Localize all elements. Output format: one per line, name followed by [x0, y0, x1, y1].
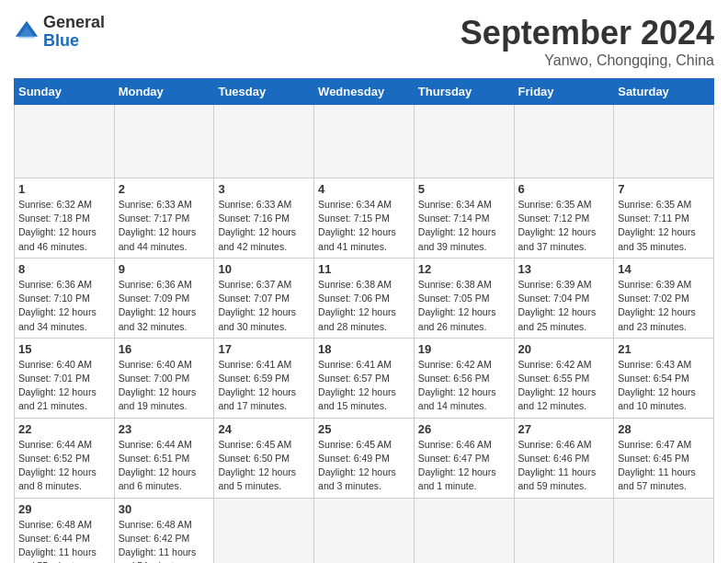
location: Yanwo, Chongqing, China	[461, 52, 714, 69]
day-number: 27	[518, 422, 610, 436]
day-number: 30	[119, 502, 210, 516]
calendar-cell	[15, 105, 115, 178]
day-info: Sunrise: 6:34 AMSunset: 7:14 PMDaylight:…	[418, 198, 510, 254]
day-info: Sunrise: 6:38 AMSunset: 7:05 PMDaylight:…	[418, 278, 510, 334]
day-info: Sunrise: 6:32 AMSunset: 7:18 PMDaylight:…	[18, 198, 110, 254]
day-number: 24	[218, 422, 310, 436]
calendar-cell: 3Sunrise: 6:33 AMSunset: 7:16 PMDaylight…	[214, 178, 314, 259]
day-of-week-header: Saturday	[614, 79, 714, 105]
day-number: 4	[318, 182, 410, 196]
calendar-cell: 10Sunrise: 6:37 AMSunset: 7:07 PMDayligh…	[214, 258, 314, 338]
day-of-week-header: Thursday	[414, 79, 514, 105]
logo-icon	[14, 19, 40, 45]
calendar-cell: 28Sunrise: 6:47 AMSunset: 6:45 PMDayligh…	[614, 418, 714, 498]
day-number: 16	[119, 342, 210, 356]
calendar-cell: 22Sunrise: 6:44 AMSunset: 6:52 PMDayligh…	[15, 418, 115, 498]
calendar-table: SundayMondayTuesdayWednesdayThursdayFrid…	[14, 78, 714, 563]
day-info: Sunrise: 6:39 AMSunset: 7:04 PMDaylight:…	[518, 278, 610, 334]
day-info: Sunrise: 6:37 AMSunset: 7:07 PMDaylight:…	[218, 278, 310, 334]
day-info: Sunrise: 6:34 AMSunset: 7:15 PMDaylight:…	[318, 198, 410, 254]
calendar-cell: 9Sunrise: 6:36 AMSunset: 7:09 PMDaylight…	[114, 258, 214, 338]
calendar-week-row: 1Sunrise: 6:32 AMSunset: 7:18 PMDaylight…	[15, 178, 714, 259]
calendar-cell	[514, 498, 614, 563]
calendar-cell: 5Sunrise: 6:34 AMSunset: 7:14 PMDaylight…	[414, 178, 514, 259]
day-of-week-header: Friday	[514, 79, 614, 105]
calendar-cell: 13Sunrise: 6:39 AMSunset: 7:04 PMDayligh…	[514, 258, 614, 338]
calendar-cell: 17Sunrise: 6:41 AMSunset: 6:59 PMDayligh…	[214, 338, 314, 418]
calendar-cell: 27Sunrise: 6:46 AMSunset: 6:46 PMDayligh…	[514, 418, 614, 498]
day-number: 2	[119, 182, 210, 196]
day-number: 10	[218, 262, 310, 276]
day-info: Sunrise: 6:46 AMSunset: 6:46 PMDaylight:…	[518, 438, 610, 494]
calendar-cell: 25Sunrise: 6:45 AMSunset: 6:49 PMDayligh…	[314, 418, 415, 498]
day-info: Sunrise: 6:48 AMSunset: 6:42 PMDaylight:…	[119, 518, 210, 564]
day-info: Sunrise: 6:46 AMSunset: 6:47 PMDaylight:…	[418, 438, 510, 494]
day-number: 13	[518, 262, 610, 276]
calendar-cell: 21Sunrise: 6:43 AMSunset: 6:54 PMDayligh…	[614, 338, 714, 418]
calendar-cell: 20Sunrise: 6:42 AMSunset: 6:55 PMDayligh…	[514, 338, 614, 418]
calendar-cell: 18Sunrise: 6:41 AMSunset: 6:57 PMDayligh…	[314, 338, 415, 418]
calendar-cell: 29Sunrise: 6:48 AMSunset: 6:44 PMDayligh…	[15, 498, 115, 563]
day-info: Sunrise: 6:42 AMSunset: 6:55 PMDaylight:…	[518, 358, 610, 414]
day-of-week-header: Monday	[114, 79, 214, 105]
day-info: Sunrise: 6:44 AMSunset: 6:51 PMDaylight:…	[119, 438, 210, 494]
day-number: 25	[318, 422, 410, 436]
day-number: 1	[18, 182, 110, 196]
day-info: Sunrise: 6:33 AMSunset: 7:16 PMDaylight:…	[218, 198, 310, 254]
day-info: Sunrise: 6:36 AMSunset: 7:10 PMDaylight:…	[18, 278, 110, 334]
day-number: 28	[618, 422, 710, 436]
day-number: 14	[618, 262, 710, 276]
day-of-week-header: Wednesday	[314, 79, 415, 105]
calendar-cell: 19Sunrise: 6:42 AMSunset: 6:56 PMDayligh…	[414, 338, 514, 418]
calendar-week-row: 15Sunrise: 6:40 AMSunset: 7:01 PMDayligh…	[15, 338, 714, 418]
calendar-cell: 14Sunrise: 6:39 AMSunset: 7:02 PMDayligh…	[614, 258, 714, 338]
calendar-cell	[614, 105, 714, 178]
calendar-cell: 23Sunrise: 6:44 AMSunset: 6:51 PMDayligh…	[114, 418, 214, 498]
day-number: 9	[119, 262, 210, 276]
day-number: 11	[318, 262, 410, 276]
day-number: 19	[418, 342, 510, 356]
day-number: 7	[618, 182, 710, 196]
calendar-cell: 24Sunrise: 6:45 AMSunset: 6:50 PMDayligh…	[214, 418, 314, 498]
calendar-cell: 2Sunrise: 6:33 AMSunset: 7:17 PMDaylight…	[114, 178, 214, 259]
calendar-cell	[414, 105, 514, 178]
calendar-week-row: 8Sunrise: 6:36 AMSunset: 7:10 PMDaylight…	[15, 258, 714, 338]
day-number: 20	[518, 342, 610, 356]
calendar-cell: 11Sunrise: 6:38 AMSunset: 7:06 PMDayligh…	[314, 258, 415, 338]
calendar-cell: 7Sunrise: 6:35 AMSunset: 7:11 PMDaylight…	[614, 178, 714, 259]
day-info: Sunrise: 6:41 AMSunset: 6:57 PMDaylight:…	[318, 358, 410, 414]
day-number: 12	[418, 262, 510, 276]
day-info: Sunrise: 6:43 AMSunset: 6:54 PMDaylight:…	[618, 358, 710, 414]
calendar-cell: 15Sunrise: 6:40 AMSunset: 7:01 PMDayligh…	[15, 338, 115, 418]
day-info: Sunrise: 6:45 AMSunset: 6:50 PMDaylight:…	[218, 438, 310, 494]
day-number: 23	[119, 422, 210, 436]
calendar-cell: 16Sunrise: 6:40 AMSunset: 7:00 PMDayligh…	[114, 338, 214, 418]
calendar-cell	[214, 498, 314, 563]
day-info: Sunrise: 6:40 AMSunset: 7:01 PMDaylight:…	[18, 358, 110, 414]
day-number: 29	[18, 502, 110, 516]
calendar-cell: 12Sunrise: 6:38 AMSunset: 7:05 PMDayligh…	[414, 258, 514, 338]
calendar-cell: 26Sunrise: 6:46 AMSunset: 6:47 PMDayligh…	[414, 418, 514, 498]
day-of-week-header: Sunday	[15, 79, 115, 105]
calendar-week-row: 22Sunrise: 6:44 AMSunset: 6:52 PMDayligh…	[15, 418, 714, 498]
calendar-body: 1Sunrise: 6:32 AMSunset: 7:18 PMDaylight…	[15, 105, 714, 564]
day-number: 3	[218, 182, 310, 196]
calendar-cell	[314, 498, 415, 563]
calendar-cell: 1Sunrise: 6:32 AMSunset: 7:18 PMDaylight…	[15, 178, 115, 259]
day-number: 26	[418, 422, 510, 436]
calendar-cell	[414, 498, 514, 563]
day-info: Sunrise: 6:36 AMSunset: 7:09 PMDaylight:…	[119, 278, 210, 334]
calendar-cell	[514, 105, 614, 178]
day-number: 5	[418, 182, 510, 196]
month-title: September 2024	[461, 14, 714, 52]
calendar-week-row: 29Sunrise: 6:48 AMSunset: 6:44 PMDayligh…	[15, 498, 714, 563]
page-header: General Blue September 2024 Yanwo, Chong…	[14, 14, 714, 69]
calendar-cell: 8Sunrise: 6:36 AMSunset: 7:10 PMDaylight…	[15, 258, 115, 338]
day-info: Sunrise: 6:42 AMSunset: 6:56 PMDaylight:…	[418, 358, 510, 414]
day-info: Sunrise: 6:44 AMSunset: 6:52 PMDaylight:…	[18, 438, 110, 494]
calendar-header-row: SundayMondayTuesdayWednesdayThursdayFrid…	[15, 79, 714, 105]
day-number: 6	[518, 182, 610, 196]
day-info: Sunrise: 6:35 AMSunset: 7:11 PMDaylight:…	[618, 198, 710, 254]
day-info: Sunrise: 6:35 AMSunset: 7:12 PMDaylight:…	[518, 198, 610, 254]
calendar-cell	[314, 105, 415, 178]
